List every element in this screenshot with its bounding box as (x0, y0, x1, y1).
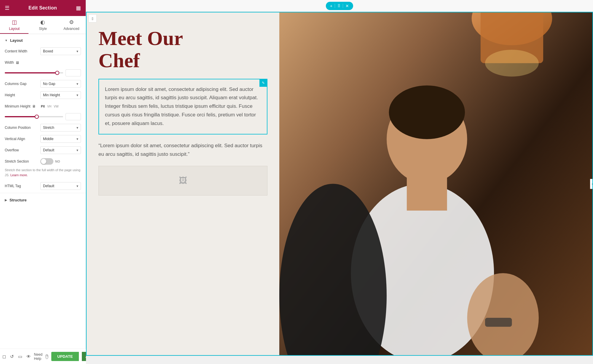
tab-style[interactable]: ◐ Style (28, 16, 57, 34)
vertical-align-row: Vertical Align Middle Top Bottom ▼ (0, 133, 86, 145)
layout-section-label: Layout (10, 38, 23, 43)
min-height-slider-fill (5, 116, 37, 117)
panel-title: Edit Section (28, 5, 57, 11)
html-tag-label: HTML Tag (5, 184, 40, 188)
footer-icons: ⚙ ◻ ↺ ▭ 👁 (0, 354, 31, 359)
column-position-select-wrapper: Stretch Top Middle Bottom ▼ (40, 124, 81, 132)
width-label: Width 🖥 (5, 60, 40, 65)
html-tag-select[interactable]: Default header footer main article secti… (40, 182, 81, 190)
advanced-tab-icon: ⚙ (69, 19, 74, 25)
panel-content: ▼ Layout Content Width Boxed Full Width … (0, 34, 86, 364)
collapse-handle[interactable]: ◀ (590, 179, 593, 189)
column-position-label: Column Position (5, 126, 40, 130)
structure-section-label: Structure (9, 198, 27, 202)
content-toolbar: + ⠿ ✕ (86, 0, 593, 12)
columns-gap-select-wrapper: No Gap Narrow Default Wide ▼ (40, 80, 81, 88)
need-help-text[interactable]: Need Help ? (34, 352, 48, 361)
style-tab-icon: ◐ (40, 19, 45, 25)
content-width-row: Content Width Boxed Full Width ▼ (0, 46, 86, 57)
min-height-slider-track[interactable] (5, 116, 63, 117)
columns-gap-row: Columns Gap No Gap Narrow Default Wide ▼ (0, 78, 86, 89)
unit-px-btn[interactable]: PX (40, 105, 45, 108)
update-button[interactable]: UPDATE (51, 352, 79, 361)
chef-image (279, 12, 592, 355)
hamburger-icon[interactable]: ☰ (5, 5, 9, 11)
height-label: Height (5, 93, 40, 97)
page-section: ▯ Meet OurChef ✎ Lorem ipsum dolor sit a… (86, 12, 593, 356)
overflow-select[interactable]: Default Hidden (40, 146, 81, 154)
collapse-icon: ◀ (592, 182, 593, 185)
responsive-icon[interactable]: ▭ (18, 354, 22, 359)
width-number-input[interactable]: 1540 (66, 69, 81, 76)
overflow-row: Overflow Default Hidden ▼ (0, 145, 86, 156)
content-width-select[interactable]: Boxed Full Width (40, 47, 81, 55)
layout-section-heading[interactable]: ▼ Layout (0, 34, 86, 46)
svg-point-3 (485, 50, 539, 77)
toggle-bg (40, 158, 53, 165)
unit-vw-btn[interactable]: VW (53, 105, 59, 108)
height-select-wrapper: Min Height Default Fit to Screen ▼ (40, 91, 81, 99)
width-row: Width 🖥 (0, 57, 86, 68)
toggle-knob (41, 159, 46, 164)
panel-footer: ⚙ ◻ ↺ ▭ 👁 Need Help ? UPDATE ▲ (0, 349, 86, 364)
height-row: Height Min Height Default Fit to Screen … (0, 89, 86, 101)
width-slider-wrapper: 1540 (5, 69, 81, 76)
text-box: ✎ Lorem ipsum dolor sit amet, consectetu… (98, 79, 267, 134)
grid-icon[interactable]: ▦ (76, 5, 81, 11)
columns-gap-select[interactable]: No Gap Narrow Default Wide (40, 80, 81, 88)
bubble-divider-2 (343, 4, 343, 8)
column-position-row: Column Position Stretch Top Middle Botto… (0, 122, 86, 133)
tab-layout[interactable]: ◫ Layout (0, 16, 28, 34)
update-arrow-button[interactable]: ▲ (82, 352, 86, 361)
width-slider-thumb[interactable] (55, 71, 59, 75)
width-slider-track[interactable] (5, 72, 63, 73)
unit-vh-btn[interactable]: VH (47, 105, 52, 108)
add-element-button[interactable]: + (329, 3, 334, 9)
width-monitor-icon: 🖥 (15, 60, 19, 65)
body-text: Lorem ipsum dolor sit amet, consectetur … (105, 85, 261, 128)
right-area: + ⠿ ✕ ▯ Meet OurChef ✎ Lorem ipsum dolor… (86, 0, 593, 364)
eye-icon[interactable]: 👁 (26, 354, 31, 359)
min-height-slider-thumb[interactable] (35, 115, 39, 119)
text-box-edit-button[interactable]: ✎ (259, 79, 267, 87)
content-width-label: Content Width (5, 49, 40, 53)
tab-style-label: Style (39, 27, 47, 31)
structure-section-heading[interactable]: ▶ Structure (0, 194, 86, 206)
vertical-align-select[interactable]: Middle Top Bottom (40, 135, 81, 143)
svg-rect-7 (407, 175, 447, 211)
learn-more-link[interactable]: Learn more. (10, 173, 28, 177)
section-toggle-button[interactable]: ▯ (88, 14, 97, 23)
tab-advanced-label: Advanced (63, 27, 79, 31)
stretch-section-no-label: NO (55, 160, 60, 163)
svg-rect-10 (485, 318, 512, 327)
stretch-section-label: Stretch Section (5, 159, 40, 163)
image-placeholder[interactable]: 🖼 (98, 166, 267, 195)
layers-icon[interactable]: ◻ (2, 354, 6, 359)
overflow-label: Overflow (5, 148, 40, 152)
quote-text: “Lorem ipsum dolor sit amet, consectetur… (98, 142, 267, 159)
column-position-select[interactable]: Stretch Top Middle Bottom (40, 124, 81, 132)
history-icon[interactable]: ↺ (10, 354, 14, 359)
tab-advanced[interactable]: ⚙ Advanced (57, 16, 86, 34)
delete-element-button[interactable]: ✕ (344, 3, 350, 9)
height-select[interactable]: Min Height Default Fit to Screen (40, 91, 81, 99)
section-toggle-icon: ▯ (92, 17, 93, 20)
image-placeholder-icon: 🖼 (179, 176, 187, 185)
left-panel: ☰ Edit Section ▦ ◫ Layout ◐ Style ⚙ Adva… (0, 0, 86, 364)
width-slider-fill (5, 72, 57, 73)
layout-arrow-icon: ▼ (5, 39, 8, 42)
minimum-height-label: Minimum Height 🖥 (5, 104, 40, 108)
minimum-height-row: Minimum Height 🖥 PX VH VW (0, 101, 86, 112)
stretch-section-toggle[interactable] (40, 158, 53, 165)
vertical-align-label: Vertical Align (5, 137, 40, 141)
move-element-button[interactable]: ⠿ (336, 3, 342, 9)
min-height-monitor-icon: 🖥 (32, 104, 36, 108)
structure-arrow-icon: ▶ (5, 198, 7, 202)
toolbar-bubble: + ⠿ ✕ (326, 2, 353, 10)
chef-title: Meet OurChef (98, 27, 267, 72)
divider (0, 193, 86, 193)
min-height-number-input[interactable]: 771 (66, 113, 81, 120)
vertical-align-select-wrapper: Middle Top Bottom ▼ (40, 135, 81, 143)
panel-tabs: ◫ Layout ◐ Style ⚙ Advanced (0, 16, 86, 34)
tab-layout-label: Layout (9, 27, 20, 31)
